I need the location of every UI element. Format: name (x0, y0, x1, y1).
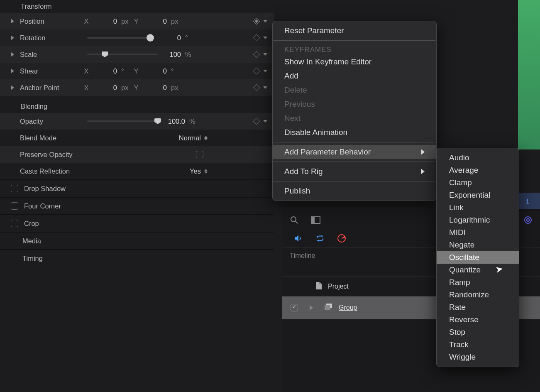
submenu-item-negate[interactable]: Negate (437, 239, 519, 251)
anchor-label: Anchor Point (20, 84, 82, 92)
chevron-down-icon[interactable] (263, 53, 267, 56)
disclosure-icon[interactable] (11, 69, 14, 74)
opacity-row[interactable]: Opacity 100.0 % (0, 113, 274, 130)
disclosure-icon[interactable] (11, 19, 14, 24)
shear-label: Shear (20, 67, 82, 75)
anchor-x-value[interactable]: 0 (90, 84, 120, 92)
submenu-item-logarithmic[interactable]: Logarithmic (437, 214, 519, 226)
blend-mode-value: Normal (179, 134, 201, 142)
menu-publish[interactable]: Publish (273, 184, 436, 198)
preserve-opacity-checkbox[interactable] (196, 151, 203, 158)
record-icon[interactable] (337, 234, 346, 243)
rotation-row[interactable]: Rotation 0 ° (0, 29, 274, 46)
position-row[interactable]: Position X 0 px Y 0 px (0, 13, 274, 29)
crop-checkbox[interactable] (11, 220, 18, 227)
submenu-item-wriggle[interactable]: Wriggle (437, 351, 519, 363)
keyframe-diamond-icon[interactable] (253, 51, 260, 58)
project-label: Project (328, 283, 349, 290)
menu-add-keyframe[interactable]: Add (273, 69, 436, 83)
casts-reflection-row[interactable]: Casts Reflection Yes (0, 163, 274, 179)
loop-icon[interactable] (315, 234, 325, 243)
shear-x-value[interactable]: 0 (90, 67, 120, 75)
scale-slider[interactable] (87, 54, 158, 55)
degree-unit: ° (169, 67, 182, 75)
submenu-item-oscillate[interactable]: Oscillate (437, 251, 519, 264)
chevron-down-icon[interactable] (263, 70, 267, 72)
submenu-item-rate[interactable]: Rate (437, 301, 519, 314)
menu-disable-animation[interactable]: Disable Animation (273, 125, 436, 140)
svg-line-1 (296, 221, 298, 223)
blend-mode-select[interactable]: Normal (179, 134, 208, 142)
menu-add-to-rig[interactable]: Add To Rig (273, 164, 436, 179)
disclosure-icon[interactable] (11, 85, 14, 90)
px-unit: px (169, 84, 182, 92)
chevron-down-icon[interactable] (263, 120, 267, 122)
drop-shadow-row[interactable]: Drop Shadow (0, 180, 274, 197)
opacity-value[interactable]: 100.0 (163, 118, 188, 125)
keyframe-diamond-icon[interactable] (253, 34, 260, 42)
submenu-item-stop[interactable]: Stop (437, 326, 519, 338)
disclosure-icon[interactable] (11, 52, 14, 57)
position-y-value[interactable]: 0 (140, 17, 169, 25)
keyframe-diamond-icon[interactable] (253, 84, 260, 91)
viewport-preview (518, 0, 540, 149)
layers-stack-icon (325, 304, 333, 312)
anchor-y-value[interactable]: 0 (140, 84, 169, 92)
casts-reflection-select[interactable]: Yes (190, 167, 208, 175)
timing-row[interactable]: Timing (0, 250, 274, 267)
chevron-down-icon[interactable] (263, 86, 267, 89)
disclosure-icon[interactable] (11, 35, 14, 40)
four-corner-checkbox[interactable] (11, 202, 18, 210)
rotation-dial[interactable] (87, 37, 154, 39)
submenu-item-link[interactable]: Link (437, 201, 519, 214)
svg-point-9 (527, 219, 529, 221)
scale-row[interactable]: Scale 100 % (0, 46, 274, 63)
fit-icon[interactable] (311, 216, 320, 225)
crop-row[interactable]: Crop (0, 215, 274, 232)
shear-row[interactable]: Shear X 0 ° Y 0 ° (0, 63, 274, 79)
menu-reset-parameter[interactable]: Reset Parameter (273, 24, 436, 38)
submenu-item-clamp[interactable]: Clamp (437, 176, 519, 189)
svg-point-8 (525, 217, 531, 223)
chevron-down-icon[interactable] (263, 37, 267, 39)
menu-show-keyframe-editor[interactable]: Show In Keyframe Editor (273, 55, 436, 69)
rotation-value[interactable]: 0 (159, 34, 183, 42)
percent-unit: % (183, 51, 196, 59)
blending-section-header: Blending (0, 100, 274, 113)
inspector-panel: Transform Position X 0 px Y 0 px Rotatio… (0, 0, 274, 267)
submenu-item-randomize[interactable]: Randomize (437, 289, 519, 301)
group-visibility-checkbox[interactable] (291, 304, 298, 311)
submenu-item-track[interactable]: Track (437, 338, 519, 351)
scale-value[interactable]: 100 (163, 51, 183, 59)
submenu-item-quantize[interactable]: Quantize (437, 264, 519, 276)
updown-icon (204, 169, 208, 174)
gear-icon[interactable] (523, 216, 533, 225)
submenu-item-audio[interactable]: Audio (437, 152, 519, 164)
search-icon[interactable] (290, 216, 299, 225)
four-corner-row[interactable]: Four Corner (0, 198, 274, 214)
keyframe-diamond-filled-icon[interactable] (253, 18, 260, 25)
preserve-opacity-row[interactable]: Preserve Opacity (0, 146, 274, 163)
opacity-slider[interactable] (87, 120, 158, 122)
keyframe-diamond-icon[interactable] (253, 118, 260, 125)
media-row[interactable]: Media (0, 233, 274, 249)
submenu-item-ramp[interactable]: Ramp (437, 276, 519, 289)
scale-label: Scale (20, 51, 82, 59)
keyframe-diamond-icon[interactable] (253, 68, 260, 75)
submenu-item-average[interactable]: Average (437, 164, 519, 176)
menu-add-parameter-behavior[interactable]: Add Parameter Behavior (273, 145, 436, 159)
shear-y-value[interactable]: 0 (140, 67, 169, 75)
four-corner-label: Four Corner (24, 202, 86, 210)
audio-icon[interactable] (294, 234, 303, 243)
submenu-item-exponential[interactable]: Exponential (437, 189, 519, 201)
submenu-item-reverse[interactable]: Reverse (437, 314, 519, 326)
x-axis-label: X (82, 84, 90, 92)
chevron-down-icon[interactable] (263, 20, 267, 22)
anchor-point-row[interactable]: Anchor Point X 0 px Y 0 px (0, 79, 274, 96)
disclosure-icon[interactable] (310, 305, 313, 310)
preserve-opacity-label: Preserve Opacity (20, 151, 144, 159)
drop-shadow-checkbox[interactable] (11, 185, 18, 192)
blend-mode-row[interactable]: Blend Mode Normal (0, 130, 274, 146)
submenu-item-midi[interactable]: MIDI (437, 226, 519, 239)
position-x-value[interactable]: 0 (90, 17, 120, 25)
